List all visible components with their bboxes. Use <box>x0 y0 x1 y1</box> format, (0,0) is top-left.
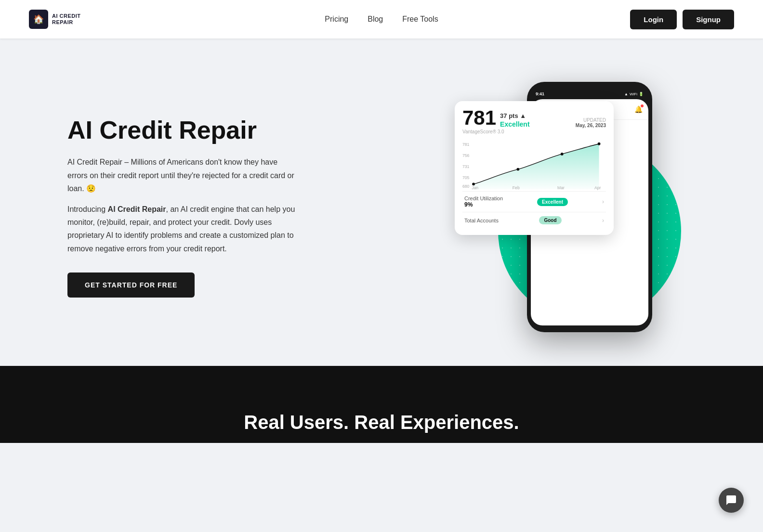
score-pts: 37 pts ▲ <box>500 112 529 119</box>
phone-bell-icon: 🔔 <box>634 105 643 113</box>
svg-text:Apr: Apr <box>594 185 601 190</box>
svg-text:Mar: Mar <box>557 185 565 190</box>
hero-section: AI Credit Repair AI Credit Repair – Mill… <box>0 39 763 366</box>
svg-text:Feb: Feb <box>513 185 520 190</box>
svg-text:781: 781 <box>462 142 470 147</box>
chart-point-feb <box>516 168 519 171</box>
footer-heading: Real Users. Real Experiences. <box>244 412 519 433</box>
svg-text:🏠: 🏠 <box>33 14 44 25</box>
nav-links: Pricing Blog Free Tools <box>325 15 438 24</box>
hero-desc2-prefix: Introducing <box>67 205 108 213</box>
footer-section: Real Users. Real Experiences. <box>0 366 763 443</box>
logo[interactable]: 🏠 AI CREDIT REPAIR <box>29 10 81 29</box>
phone-status-icons: ▲WiFi🔋 <box>624 92 644 96</box>
hero-desc2: Introducing AI Credit Repair, an AI cred… <box>67 203 299 255</box>
updated-date: May, 26, 2023 <box>534 123 606 128</box>
score-updated: UPDATED May, 26, 2023 <box>534 117 606 128</box>
credit-utilization-value: 9% <box>464 201 503 208</box>
navbar-actions: Login Signup <box>630 10 734 29</box>
logo-text: AI CREDIT REPAIR <box>52 13 81 26</box>
hero-title: AI Credit Repair <box>67 117 299 144</box>
navbar: 🏠 AI CREDIT REPAIR Pricing Blog Free Too… <box>0 0 763 39</box>
login-button[interactable]: Login <box>630 10 677 29</box>
hero-desc1: AI Credit Repair – Millions of Americans… <box>67 156 299 195</box>
logo-icon: 🏠 <box>29 10 48 29</box>
total-accounts-label: Total Accounts <box>464 218 499 223</box>
nav-free-tools[interactable]: Free Tools <box>402 15 438 24</box>
hero-content: AI Credit Repair AI Credit Repair – Mill… <box>67 117 299 298</box>
chart-area-fill <box>474 144 599 189</box>
hero-visual: 9:41 ▲WiFi🔋 🌿 🔔 781 <box>484 82 696 332</box>
svg-text:756: 756 <box>462 153 470 158</box>
credit-utilization-row: Credit Utilization 9% Excellent › <box>462 191 606 212</box>
total-accounts-info: Total Accounts <box>464 218 499 223</box>
nav-blog[interactable]: Blog <box>368 15 383 24</box>
chat-icon <box>725 494 737 506</box>
score-chart-svg: 781 756 731 705 680 <box>462 138 606 191</box>
updated-label: UPDATED <box>534 117 606 123</box>
nav-pricing[interactable]: Pricing <box>325 15 348 24</box>
svg-text:731: 731 <box>462 164 470 169</box>
score-card: 781 37 pts ▲ Excellent UPDATED May, 26, … <box>455 101 614 235</box>
phone-notch <box>570 82 609 91</box>
vantage-score-label: VantageScore® 3.0 <box>462 129 606 134</box>
cta-button[interactable]: GET STARTED FOR FREE <box>67 272 195 298</box>
accounts-chevron-icon: › <box>602 217 604 224</box>
chart-point-apr <box>598 143 601 145</box>
svg-text:680: 680 <box>462 184 470 189</box>
phone-time: 9:41 <box>536 91 544 96</box>
svg-text:Jan: Jan <box>472 185 478 190</box>
credit-utilization-info: Credit Utilization 9% <box>464 195 503 208</box>
hero-brand-bold: AI Credit Repair <box>108 205 166 213</box>
credit-utilization-label: Credit Utilization <box>464 195 503 201</box>
accounts-badge: Good <box>539 216 561 224</box>
score-pts-block: 37 pts ▲ Excellent <box>500 112 529 128</box>
utilization-chevron-icon: › <box>602 198 604 205</box>
notification-dot <box>641 104 644 107</box>
chart-point-mar <box>561 153 564 156</box>
signup-button[interactable]: Signup <box>683 10 734 29</box>
total-accounts-row: Total Accounts Good › <box>462 212 606 228</box>
phone-status-bar: 9:41 ▲WiFi🔋 <box>531 91 648 96</box>
svg-text:705: 705 <box>462 175 470 180</box>
score-chart: 781 756 731 705 680 <box>462 138 606 191</box>
score-main-row: 781 37 pts ▲ Excellent UPDATED May, 26, … <box>462 108 606 128</box>
score-number: 781 <box>462 108 496 128</box>
score-rating: Excellent <box>500 120 529 128</box>
utilization-badge: Excellent <box>537 198 568 206</box>
chat-bubble[interactable] <box>719 488 744 513</box>
